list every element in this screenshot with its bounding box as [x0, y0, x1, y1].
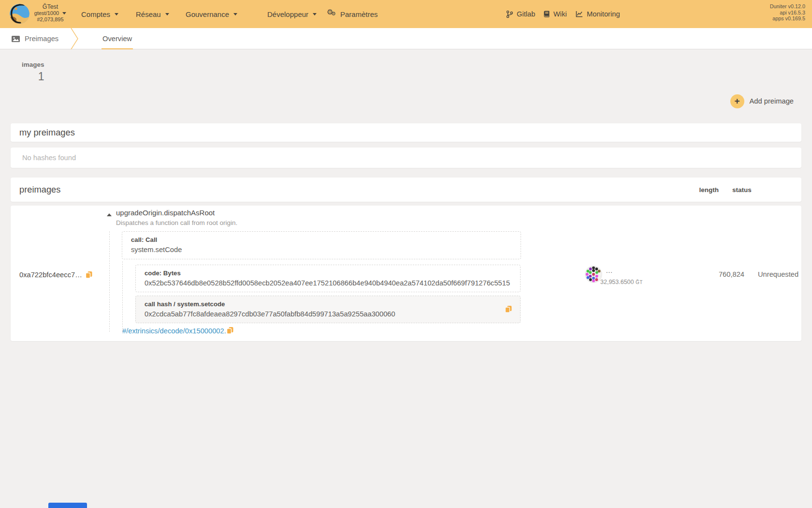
param-label: code: Bytes [145, 269, 511, 277]
link-label: Monitoring [587, 10, 620, 18]
extrinsics-decode-link[interactable]: #/extrinsics/decode/0x15000002... [122, 327, 230, 335]
top-nav-bar: ĞTest gtest/1000 #2,073,895 Comptes Rése… [0, 0, 812, 28]
version-info: Duniter v0.12.0 api v16.5.3 apps v0.169.… [770, 3, 805, 22]
preimages-table-row: 0xa722bfc4eecc7… upgradeOrigin.dispatchA… [11, 206, 801, 341]
call-description: Dispatches a function call from root ori… [116, 219, 237, 226]
network-name: ĞTest [28, 3, 72, 10]
my-preimages-body: No hashes found [11, 148, 801, 168]
menu-reseau[interactable]: Réseau [136, 0, 169, 28]
link-gitlab[interactable]: Gitlab [507, 0, 535, 28]
menu-label: Paramètres [340, 10, 378, 18]
menu-label: Comptes [81, 10, 110, 18]
copy-icon[interactable] [505, 305, 512, 315]
column-header-status: status [732, 186, 776, 194]
network-chain: gtest/1000 [28, 10, 72, 16]
chevron-down-icon [233, 13, 237, 15]
preimages-title: preimages [19, 184, 60, 195]
account-identicon[interactable] [585, 266, 602, 283]
menu-label: Gouvernance [186, 10, 229, 18]
version-apps: apps v0.169.5 [770, 15, 805, 22]
tree-guide-line [122, 261, 123, 332]
tab-bar: Preimages Overview [0, 28, 812, 49]
preimage-hash: 0xa722bfc4eecc7… [19, 271, 82, 279]
gears-icon: ⚙⚙ [327, 9, 337, 19]
summary-value: 1 [22, 70, 44, 83]
menu-gouvernance[interactable]: Gouvernance [186, 0, 237, 28]
summary-images: images 1 [22, 61, 44, 83]
chart-line-icon [576, 11, 583, 17]
tree-guide-line [109, 231, 110, 332]
param-code-box: code: Bytes 0x52bc537646db8e0528b52ffd00… [135, 265, 521, 292]
tab-overview[interactable]: Overview [95, 28, 140, 49]
param-value: 0x52bc537646db8e0528b52ffd0058ecb2052ea4… [145, 279, 511, 287]
copy-icon[interactable] [226, 327, 234, 336]
code-bytes: 0x52bc537646db8e0528b52ffd0058ecb2052ea4… [145, 279, 510, 287]
collapse-toggle-icon[interactable] [107, 213, 112, 216]
app-root: ĞTest gtest/1000 #2,073,895 Comptes Rése… [0, 0, 812, 508]
empty-message: No hashes found [22, 154, 76, 162]
git-branch-icon [507, 11, 513, 18]
tab-label: Overview [102, 35, 132, 43]
param-label: call hash / system.setcode [145, 300, 511, 308]
menu-label: Développeur [267, 10, 308, 18]
column-header-length: length [672, 186, 719, 194]
param-label: call: Call [131, 236, 512, 243]
network-logo-icon[interactable] [10, 4, 29, 24]
param-value: 0x2cdca5ab77fc8afdeaea8297cdb03e77a50fab… [145, 310, 511, 318]
book-icon [544, 11, 550, 17]
chevron-down-icon [165, 13, 169, 15]
summary-label: images [22, 61, 44, 68]
network-selector[interactable]: ĞTest gtest/1000 #2,073,895 [28, 3, 72, 23]
param-call-box: call: Call system.setCode [122, 231, 521, 259]
my-preimages-header: my preimages [11, 123, 801, 142]
status-bubble [48, 503, 87, 508]
copy-icon[interactable] [85, 271, 93, 281]
chevron-down-icon [115, 13, 118, 15]
breadcrumb: Preimages [12, 28, 58, 49]
chevron-down-icon [313, 13, 317, 15]
link-monitoring[interactable]: Monitoring [576, 0, 620, 28]
add-preimage-button[interactable]: + Add preimage [730, 94, 794, 108]
menu-developpeur[interactable]: Développeur [267, 0, 317, 28]
param-call-hash-box: call hash / system.setcode 0x2cdca5ab77f… [135, 296, 521, 323]
plus-icon: + [730, 94, 744, 108]
my-preimages-title: my preimages [19, 127, 75, 138]
preimages-header: preimages length status [11, 178, 801, 202]
menu-comptes[interactable]: Comptes [81, 0, 118, 28]
add-preimage-label: Add preimage [750, 97, 794, 105]
param-value: system.setCode [131, 246, 512, 254]
menu-parametres[interactable]: ⚙⚙ Paramètres [327, 0, 378, 28]
breadcrumb-label: Preimages [25, 35, 58, 43]
deposit-unit: ĞT [636, 280, 643, 285]
network-block-number: #2,073,895 [28, 16, 72, 23]
breadcrumb-divider [71, 28, 81, 49]
length-value: 760,824 [691, 270, 744, 278]
link-label: Wiki [553, 10, 567, 18]
menu-label: Réseau [136, 10, 161, 18]
account-name: … [606, 267, 613, 274]
chevron-down-icon [62, 12, 66, 15]
deposit-balance: 32,953.6500 ĞT [600, 279, 643, 285]
page-content: images 1 + Add preimage my preimages No … [0, 49, 812, 508]
deposit-amount: 32,953.6500 [600, 279, 634, 285]
version-node: Duniter v0.12.0 [770, 3, 805, 10]
version-api: api v16.5.3 [770, 10, 805, 16]
images-icon [12, 36, 20, 42]
link-wiki[interactable]: Wiki [544, 0, 567, 28]
link-label: Gitlab [517, 10, 535, 18]
call-name: upgradeOrigin.dispatchAsRoot [116, 209, 215, 217]
status-value: Unrequested [758, 270, 798, 278]
